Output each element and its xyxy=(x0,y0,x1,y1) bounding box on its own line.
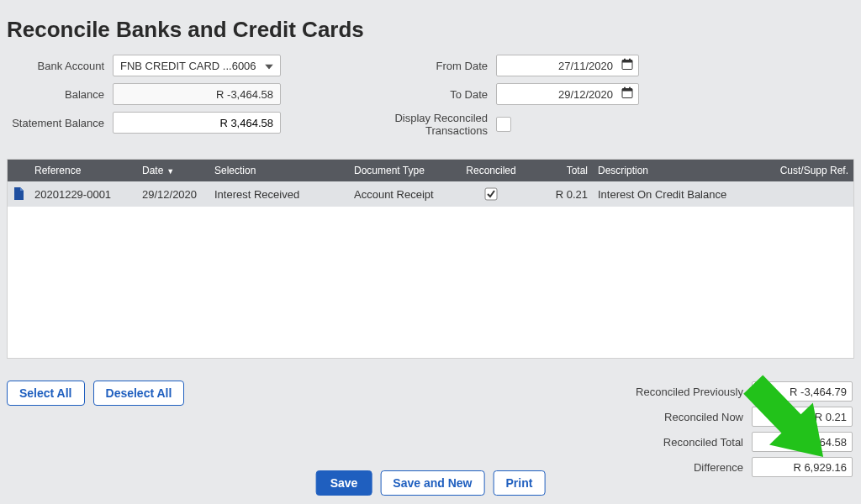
col-header-selection[interactable]: Selection xyxy=(209,165,349,176)
reconciled-total-value: R -3,464.58 xyxy=(752,432,853,452)
filter-panel: Bank Account FNB CREDIT CARD ...6006 Bal… xyxy=(0,55,861,152)
col-header-total[interactable]: Total xyxy=(526,165,593,176)
cell-reference: 20201229-0001 xyxy=(29,188,137,201)
print-button[interactable]: Print xyxy=(493,470,545,496)
bank-account-select[interactable]: FNB CREDIT CARD ...6006 xyxy=(113,55,281,76)
to-date-value: 29/12/2020 xyxy=(558,88,613,101)
chevron-down-icon xyxy=(265,60,273,72)
cell-doctype: Account Receipt xyxy=(349,188,457,201)
reconciled-prev-value: R -3,464.79 xyxy=(752,381,853,402)
col-header-custsupp[interactable]: Cust/Supp Ref. xyxy=(771,165,853,176)
page-title: Reconcile Banks and Credit Cards xyxy=(0,0,861,55)
statement-balance-label: Statement Balance xyxy=(7,117,113,129)
col-header-doctype[interactable]: Document Type xyxy=(349,165,457,176)
svg-rect-3 xyxy=(629,59,631,61)
from-date-value: 27/11/2020 xyxy=(558,60,613,72)
difference-label: Difference xyxy=(617,461,752,474)
to-date-label: To Date xyxy=(331,88,496,101)
table-row[interactable]: 20201229-0001 29/12/2020 Interest Receiv… xyxy=(8,181,853,207)
difference-value: R 6,929.16 xyxy=(752,457,853,477)
to-date-input[interactable]: 29/12/2020 xyxy=(496,83,639,105)
reconciled-now-value: R 0.21 xyxy=(752,407,853,427)
reconciled-total-label: Reconciled Total xyxy=(617,436,752,449)
summary-panel: Reconciled Previously R -3,464.79 Reconc… xyxy=(617,381,853,482)
bank-account-value: FNB CREDIT CARD ...6006 xyxy=(120,60,256,72)
save-and-new-button[interactable]: Save and New xyxy=(380,470,484,496)
display-reconciled-label: Display Reconciled Transactions xyxy=(331,112,496,137)
from-date-input[interactable]: 27/11/2020 xyxy=(496,55,639,76)
display-reconciled-checkbox[interactable] xyxy=(496,117,511,132)
col-header-reconciled[interactable]: Reconciled xyxy=(457,165,526,176)
cell-total: R 0.21 xyxy=(526,188,593,201)
deselect-all-button[interactable]: Deselect All xyxy=(93,381,185,406)
reconciled-now-label: Reconciled Now xyxy=(617,411,752,423)
svg-rect-5 xyxy=(622,89,632,92)
select-all-button[interactable]: Select All xyxy=(7,381,85,406)
cell-date: 29/12/2020 xyxy=(137,188,209,201)
bank-account-label: Bank Account xyxy=(7,60,113,72)
col-header-reference[interactable]: Reference xyxy=(29,165,137,176)
save-button[interactable]: Save xyxy=(316,470,372,496)
document-icon xyxy=(8,187,29,201)
statement-balance-input[interactable] xyxy=(113,112,281,134)
cell-selection: Interest Received xyxy=(209,188,349,201)
grid-body[interactable]: 20201229-0001 29/12/2020 Interest Receiv… xyxy=(8,181,853,358)
svg-rect-7 xyxy=(629,87,631,90)
svg-rect-6 xyxy=(624,87,626,90)
balance-value: R -3,464.58 xyxy=(113,83,281,105)
calendar-icon xyxy=(621,87,633,102)
cell-reconciled-checkbox[interactable] xyxy=(457,187,526,201)
col-header-date[interactable]: Date▼ xyxy=(137,165,209,176)
transactions-grid: Reference Date▼ Selection Document Type … xyxy=(7,159,854,359)
from-date-label: From Date xyxy=(331,60,496,72)
sort-desc-icon: ▼ xyxy=(166,167,174,176)
col-header-description[interactable]: Description xyxy=(593,165,771,176)
svg-rect-1 xyxy=(622,60,632,63)
cell-description: Interest On Credit Balance xyxy=(593,188,771,201)
grid-header-row: Reference Date▼ Selection Document Type … xyxy=(8,160,853,181)
svg-rect-2 xyxy=(624,59,626,61)
calendar-icon xyxy=(621,59,633,73)
reconciled-prev-label: Reconciled Previously xyxy=(617,386,752,398)
balance-label: Balance xyxy=(7,88,113,101)
